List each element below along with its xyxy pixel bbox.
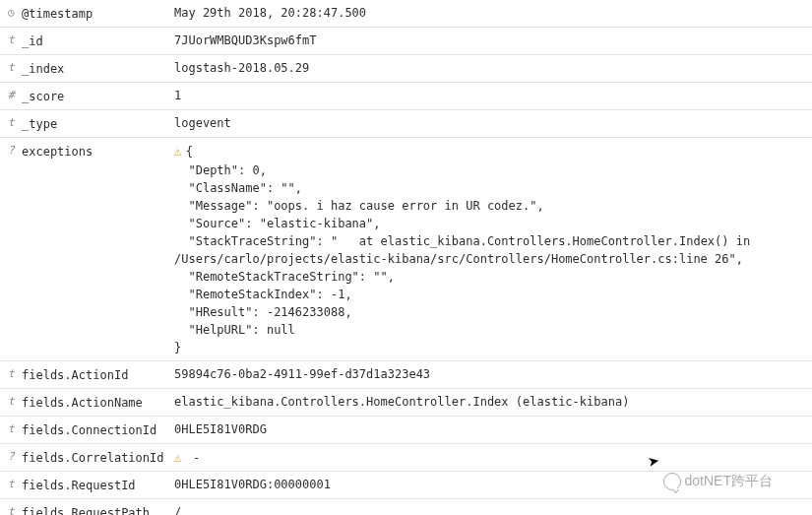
field-value: /: [174, 503, 804, 515]
field-row: t_id7JUorWMBQUD3Kspw6fmT: [0, 28, 812, 55]
document-fields-table: ◷@timestampMay 29th 2018, 20:28:47.500t_…: [0, 0, 812, 515]
field-value-text: 59894c76-0ba2-4911-99ef-d37d1a323e43: [174, 367, 430, 381]
field-name: fields.RequestId: [22, 476, 174, 494]
type-indicator: ?: [8, 448, 22, 466]
field-value: ⚠{ "Depth": 0, "ClassName": "", "Message…: [174, 142, 804, 356]
field-row: ?fields.CorrelationId⚠ -: [0, 444, 812, 473]
field-row: ◷@timestampMay 29th 2018, 20:28:47.500: [0, 0, 812, 28]
field-value: 59894c76-0ba2-4911-99ef-d37d1a323e43: [174, 365, 804, 383]
field-value-text: 7JUorWMBQUD3Kspw6fmT: [174, 33, 317, 47]
field-value-text: May 29th 2018, 20:28:47.500: [174, 6, 366, 20]
field-name: fields.CorrelationId: [22, 448, 174, 467]
field-row: tfields.RequestPath/: [0, 499, 812, 515]
field-name: fields.ActionName: [22, 393, 174, 412]
field-value-text: { "Depth": 0, "ClassName": "", "Message"…: [174, 145, 757, 354]
field-value: logevent: [174, 114, 804, 132]
mouse-cursor: ➤: [647, 452, 661, 470]
field-name: _score: [22, 87, 174, 105]
type-indicator: t: [8, 32, 22, 49]
field-row: tfields.ConnectionId0HLE5I81V0RDG: [0, 417, 812, 444]
field-name: _id: [22, 32, 174, 50]
field-row: tfields.ActionNameelastic_kibana.Control…: [0, 389, 812, 417]
field-value: May 29th 2018, 20:28:47.500: [174, 4, 804, 22]
field-name: @timestamp: [22, 4, 174, 23]
field-name: exceptions: [22, 142, 174, 161]
field-value: logstash-2018.05.29: [174, 59, 804, 77]
field-value-text: logevent: [174, 116, 231, 130]
field-row: #_score1: [0, 83, 812, 110]
field-value-text: -: [186, 451, 200, 465]
field-value: 1: [174, 87, 804, 104]
field-row: t_indexlogstash-2018.05.29: [0, 55, 812, 83]
type-indicator: t: [8, 476, 22, 493]
type-indicator: t: [8, 114, 22, 132]
type-indicator: t: [8, 503, 22, 515]
type-indicator: #: [8, 87, 22, 104]
watermark: dotNET跨平台: [663, 473, 773, 490]
field-value-text: 1: [174, 89, 181, 102]
clock-icon: ◷: [8, 4, 22, 22]
field-name: _index: [22, 59, 174, 78]
warning-icon: ⚠: [174, 144, 182, 159]
field-value: 0HLE5I81V0RDG: [174, 420, 804, 438]
wechat-icon: [663, 473, 681, 490]
field-value: elastic_kibana.Controllers.HomeControlle…: [174, 393, 804, 411]
field-row: ?exceptions⚠{ "Depth": 0, "ClassName": "…: [0, 138, 812, 361]
field-value-text: elastic_kibana.Controllers.HomeControlle…: [174, 395, 629, 409]
field-row: tfields.ActionId59894c76-0ba2-4911-99ef-…: [0, 361, 812, 389]
warning-icon: ⚠: [174, 450, 182, 465]
field-name: fields.ConnectionId: [22, 420, 174, 439]
field-value: ⚠ -: [174, 448, 804, 468]
type-indicator: t: [8, 59, 22, 77]
field-value-text: logstash-2018.05.29: [174, 61, 309, 75]
field-row: t_typelogevent: [0, 110, 812, 138]
field-name: fields.RequestPath: [22, 503, 174, 515]
type-indicator: t: [8, 365, 22, 383]
type-indicator: t: [8, 393, 22, 411]
field-name: fields.ActionId: [22, 365, 174, 384]
field-value-text: 0HLE5I81V0RDG: [174, 422, 267, 436]
field-value-text: 0HLE5I81V0RDG:00000001: [174, 478, 331, 491]
field-name: _type: [22, 114, 174, 133]
type-indicator: t: [8, 420, 22, 438]
type-indicator: ?: [8, 142, 22, 160]
field-value-text: /: [174, 505, 181, 515]
watermark-text: dotNET跨平台: [685, 473, 773, 490]
field-value: 7JUorWMBQUD3Kspw6fmT: [174, 32, 804, 49]
